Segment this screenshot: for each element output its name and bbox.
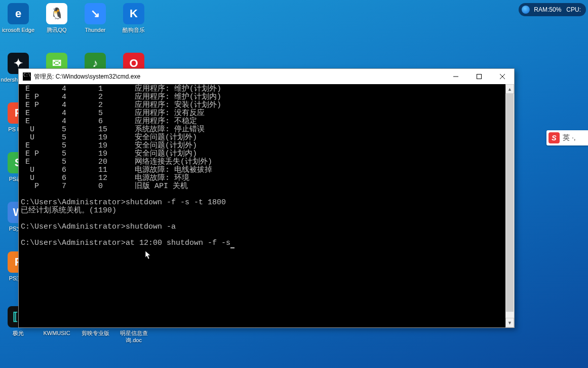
- maximize-button[interactable]: [467, 69, 491, 84]
- terminal-output[interactable]: E 4 1 应用程序: 维护(计划外) E P 4 2 应用程序: 维护(计划内…: [19, 84, 505, 327]
- minimize-icon: [453, 74, 458, 79]
- cmd-window: 管理员: C:\Windows\system32\cmd.exe E 4 1 应…: [18, 68, 515, 328]
- window-title: 管理员: C:\Windows\system32\cmd.exe: [34, 72, 444, 81]
- desktop-icon-qq[interactable]: 🐧 腾讯QQ: [38, 0, 75, 50]
- ime-language-tab[interactable]: S 英 ·,: [546, 130, 588, 145]
- vertical-scrollbar[interactable]: ▲ ▼: [505, 84, 514, 327]
- ime-mode-label: 英 ·,: [563, 133, 576, 142]
- minimize-button[interactable]: [444, 69, 467, 84]
- window-titlebar[interactable]: 管理员: C:\Windows\system32\cmd.exe: [19, 69, 514, 84]
- scroll-down-button[interactable]: ▼: [505, 318, 514, 327]
- cpu-label: CPU:: [566, 6, 581, 13]
- close-button[interactable]: [491, 69, 514, 84]
- cmd-icon: [23, 72, 31, 81]
- kugou-icon: K: [123, 3, 144, 24]
- sogou-icon: S: [548, 132, 560, 143]
- thunder-icon: ↘: [85, 3, 106, 24]
- performance-badge[interactable]: RAM:50% CPU:: [519, 3, 586, 16]
- scroll-thumb[interactable]: [506, 94, 514, 312]
- scroll-up-button[interactable]: ▲: [505, 84, 514, 94]
- desktop-icon-thunder[interactable]: ↘ Thunder: [77, 0, 113, 50]
- maximize-icon: [477, 74, 482, 79]
- qq-icon: 🐧: [46, 3, 67, 24]
- close-icon: [500, 74, 505, 79]
- edge-icon: e: [8, 3, 29, 24]
- desktop-icon-edge[interactable]: e icrosoft Edge: [0, 0, 36, 50]
- desktop-icon-kugou[interactable]: K 酷狗音乐: [115, 0, 152, 50]
- ram-label: RAM:50%: [534, 6, 561, 13]
- svg-rect-1: [477, 75, 482, 79]
- text-caret: [230, 247, 234, 248]
- scroll-track[interactable]: [505, 94, 514, 318]
